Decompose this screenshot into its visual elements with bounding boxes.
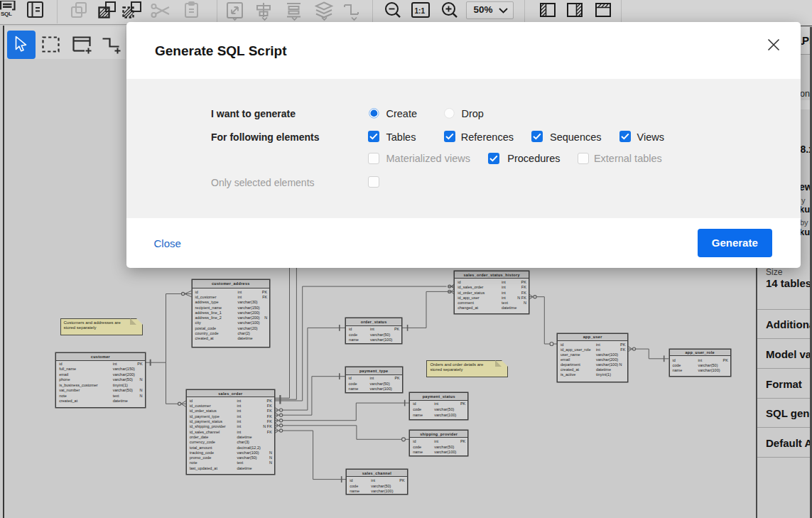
- svg-text:1:1: 1:1: [415, 7, 426, 15]
- svg-text:SQL: SQL: [1, 11, 12, 17]
